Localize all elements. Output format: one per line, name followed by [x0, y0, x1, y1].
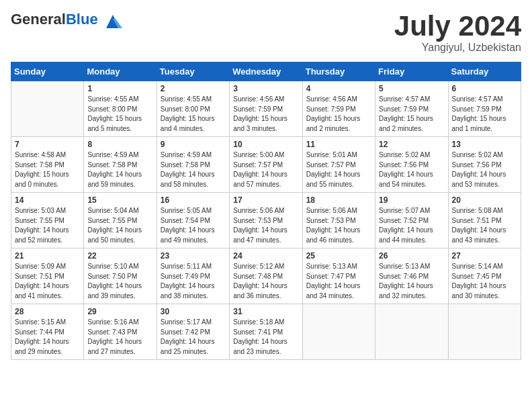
- day-number: 20: [452, 195, 517, 205]
- day-number: 21: [15, 251, 80, 261]
- weekday-header-row: SundayMondayTuesdayWednesdayThursdayFrid…: [11, 62, 521, 81]
- weekday-header-sunday: Sunday: [11, 62, 84, 81]
- day-number: 5: [379, 84, 444, 93]
- calendar-cell: 9Sunrise: 4:59 AM Sunset: 7:58 PM Daylig…: [157, 137, 229, 193]
- calendar-cell: 6Sunrise: 4:57 AM Sunset: 7:59 PM Daylig…: [448, 81, 521, 137]
- day-info: Sunrise: 5:10 AM Sunset: 7:50 PM Dayligh…: [87, 262, 152, 301]
- day-info: Sunrise: 4:58 AM Sunset: 7:58 PM Dayligh…: [15, 150, 80, 189]
- calendar-cell: 15Sunrise: 5:04 AM Sunset: 7:55 PM Dayli…: [84, 193, 157, 248]
- calendar-cell: 7Sunrise: 4:58 AM Sunset: 7:58 PM Daylig…: [11, 137, 84, 193]
- day-number: 28: [15, 307, 80, 316]
- day-info: Sunrise: 5:12 AM Sunset: 7:48 PM Dayligh…: [233, 262, 298, 301]
- day-info: Sunrise: 4:56 AM Sunset: 7:59 PM Dayligh…: [306, 95, 371, 134]
- day-info: Sunrise: 4:55 AM Sunset: 8:00 PM Dayligh…: [87, 95, 152, 134]
- logo-icon: [103, 12, 122, 31]
- day-info: Sunrise: 5:16 AM Sunset: 7:43 PM Dayligh…: [87, 318, 152, 357]
- calendar-cell: 4Sunrise: 4:56 AM Sunset: 7:59 PM Daylig…: [302, 81, 375, 137]
- calendar-cell: [375, 304, 448, 360]
- day-info: Sunrise: 5:02 AM Sunset: 7:56 PM Dayligh…: [452, 150, 517, 189]
- week-row-4: 21Sunrise: 5:09 AM Sunset: 7:51 PM Dayli…: [11, 248, 521, 304]
- calendar-cell: 30Sunrise: 5:17 AM Sunset: 7:42 PM Dayli…: [157, 304, 229, 360]
- calendar-cell: 1Sunrise: 4:55 AM Sunset: 8:00 PM Daylig…: [84, 81, 157, 137]
- day-number: 9: [161, 140, 226, 149]
- week-row-5: 28Sunrise: 5:15 AM Sunset: 7:44 PM Dayli…: [11, 304, 521, 360]
- calendar-cell: 24Sunrise: 5:12 AM Sunset: 7:48 PM Dayli…: [230, 248, 302, 304]
- day-info: Sunrise: 5:17 AM Sunset: 7:42 PM Dayligh…: [161, 318, 226, 357]
- day-number: 4: [306, 84, 371, 93]
- calendar-cell: 14Sunrise: 5:03 AM Sunset: 7:55 PM Dayli…: [11, 193, 84, 248]
- weekday-header-friday: Friday: [375, 62, 448, 81]
- calendar-table: SundayMondayTuesdayWednesdayThursdayFrid…: [11, 62, 521, 360]
- day-number: 23: [161, 251, 226, 261]
- calendar-cell: 16Sunrise: 5:05 AM Sunset: 7:54 PM Dayli…: [157, 193, 229, 248]
- calendar-cell: 20Sunrise: 5:08 AM Sunset: 7:51 PM Dayli…: [448, 193, 521, 248]
- calendar-cell: 31Sunrise: 5:18 AM Sunset: 7:41 PM Dayli…: [230, 304, 302, 360]
- calendar-cell: 27Sunrise: 5:14 AM Sunset: 7:45 PM Dayli…: [448, 248, 521, 304]
- logo-general: General: [11, 11, 66, 28]
- day-number: 16: [161, 195, 226, 205]
- day-number: 22: [87, 251, 152, 261]
- day-info: Sunrise: 5:11 AM Sunset: 7:49 PM Dayligh…: [161, 262, 226, 301]
- logo-blue: Blue: [66, 11, 98, 28]
- day-number: 17: [233, 195, 298, 205]
- day-info: Sunrise: 5:13 AM Sunset: 7:46 PM Dayligh…: [379, 262, 444, 301]
- day-number: 18: [306, 195, 371, 205]
- day-info: Sunrise: 5:13 AM Sunset: 7:47 PM Dayligh…: [306, 262, 371, 301]
- month-title: July 2024: [394, 11, 521, 42]
- day-info: Sunrise: 5:02 AM Sunset: 7:56 PM Dayligh…: [379, 150, 444, 189]
- calendar-cell: 3Sunrise: 4:56 AM Sunset: 7:59 PM Daylig…: [230, 81, 302, 137]
- logo: GeneralBlue: [11, 11, 122, 31]
- calendar-cell: 19Sunrise: 5:07 AM Sunset: 7:52 PM Dayli…: [375, 193, 448, 248]
- day-number: 1: [87, 84, 152, 93]
- day-number: 25: [306, 251, 371, 261]
- day-number: 30: [161, 307, 226, 316]
- calendar-cell: 25Sunrise: 5:13 AM Sunset: 7:47 PM Dayli…: [302, 248, 375, 304]
- day-number: 12: [379, 140, 444, 149]
- day-info: Sunrise: 5:15 AM Sunset: 7:44 PM Dayligh…: [15, 318, 80, 357]
- day-number: 13: [452, 140, 517, 149]
- calendar-cell: 10Sunrise: 5:00 AM Sunset: 7:57 PM Dayli…: [230, 137, 302, 193]
- day-number: 2: [161, 84, 226, 93]
- weekday-header-monday: Monday: [84, 62, 157, 81]
- day-info: Sunrise: 5:03 AM Sunset: 7:55 PM Dayligh…: [15, 206, 80, 245]
- day-info: Sunrise: 5:05 AM Sunset: 7:54 PM Dayligh…: [161, 206, 226, 245]
- calendar-cell: 22Sunrise: 5:10 AM Sunset: 7:50 PM Dayli…: [84, 248, 157, 304]
- day-info: Sunrise: 4:56 AM Sunset: 7:59 PM Dayligh…: [233, 95, 298, 134]
- day-number: 3: [233, 84, 298, 93]
- day-info: Sunrise: 4:59 AM Sunset: 7:58 PM Dayligh…: [161, 150, 226, 189]
- calendar-cell: 18Sunrise: 5:06 AM Sunset: 7:53 PM Dayli…: [302, 193, 375, 248]
- day-info: Sunrise: 4:57 AM Sunset: 7:59 PM Dayligh…: [379, 95, 444, 134]
- day-info: Sunrise: 5:18 AM Sunset: 7:41 PM Dayligh…: [233, 318, 298, 357]
- calendar-cell: 11Sunrise: 5:01 AM Sunset: 7:57 PM Dayli…: [302, 137, 375, 193]
- calendar-cell: 13Sunrise: 5:02 AM Sunset: 7:56 PM Dayli…: [448, 137, 521, 193]
- week-row-2: 7Sunrise: 4:58 AM Sunset: 7:58 PM Daylig…: [11, 137, 521, 193]
- day-number: 14: [15, 195, 80, 205]
- calendar-cell: 12Sunrise: 5:02 AM Sunset: 7:56 PM Dayli…: [375, 137, 448, 193]
- day-info: Sunrise: 5:14 AM Sunset: 7:45 PM Dayligh…: [452, 262, 517, 301]
- day-info: Sunrise: 5:04 AM Sunset: 7:55 PM Dayligh…: [87, 206, 152, 245]
- day-info: Sunrise: 4:55 AM Sunset: 8:00 PM Dayligh…: [161, 95, 226, 134]
- day-info: Sunrise: 4:57 AM Sunset: 7:59 PM Dayligh…: [452, 95, 517, 134]
- calendar-cell: 21Sunrise: 5:09 AM Sunset: 7:51 PM Dayli…: [11, 248, 84, 304]
- weekday-header-tuesday: Tuesday: [157, 62, 229, 81]
- title-block: July 2024 Yangiyul, Uzbekistan: [394, 11, 521, 54]
- calendar-cell: 23Sunrise: 5:11 AM Sunset: 7:49 PM Dayli…: [157, 248, 229, 304]
- day-number: 7: [15, 140, 80, 149]
- calendar-cell: [11, 81, 84, 137]
- day-info: Sunrise: 5:06 AM Sunset: 7:53 PM Dayligh…: [233, 206, 298, 245]
- day-number: 11: [306, 140, 371, 149]
- day-number: 27: [452, 251, 517, 261]
- week-row-1: 1Sunrise: 4:55 AM Sunset: 8:00 PM Daylig…: [11, 81, 521, 137]
- calendar-cell: 17Sunrise: 5:06 AM Sunset: 7:53 PM Dayli…: [230, 193, 302, 248]
- calendar-cell: [302, 304, 375, 360]
- day-number: 26: [379, 251, 444, 261]
- day-number: 6: [452, 84, 517, 93]
- day-number: 10: [233, 140, 298, 149]
- day-info: Sunrise: 5:00 AM Sunset: 7:57 PM Dayligh…: [233, 150, 298, 189]
- day-info: Sunrise: 5:01 AM Sunset: 7:57 PM Dayligh…: [306, 150, 371, 189]
- day-number: 15: [87, 195, 152, 205]
- day-number: 8: [87, 140, 152, 149]
- day-info: Sunrise: 5:08 AM Sunset: 7:51 PM Dayligh…: [452, 206, 517, 245]
- day-info: Sunrise: 4:59 AM Sunset: 7:58 PM Dayligh…: [87, 150, 152, 189]
- day-info: Sunrise: 5:07 AM Sunset: 7:52 PM Dayligh…: [379, 206, 444, 245]
